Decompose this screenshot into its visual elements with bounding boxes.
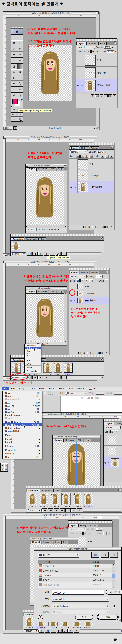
zoom-tool[interactable]: ◎ — [17, 92, 23, 98]
visibility-toggle[interactable]: ◉ — [76, 79, 80, 92]
column-date[interactable]: 수정일 — [92, 560, 112, 563]
layer-set-icon[interactable]: ❏ — [100, 94, 103, 97]
frame-delay[interactable]: 0.1 sec. ▾ — [36, 626, 46, 628]
foreground-color-swatch[interactable] — [12, 99, 18, 104]
scroll-down-icon[interactable]: ▼ — [113, 586, 114, 588]
palette-drag-strip[interactable] — [26, 486, 122, 488]
collapse-box-icon[interactable] — [96, 12, 98, 14]
menu-view[interactable]: View — [66, 387, 74, 390]
menu-help[interactable]: 도움말 — [87, 386, 98, 391]
tab-actions[interactable]: Actions — [90, 146, 99, 150]
frame-delay[interactable]: 1 sec. ▾ — [64, 373, 72, 375]
frame-delay[interactable]: 0.1 sec. ▾ — [72, 626, 81, 628]
palette-menu-icon[interactable]: ▶ — [100, 237, 103, 240]
menu-item-open[interactable]: Open...⌘O — [2, 394, 42, 398]
image-canvas[interactable] — [28, 45, 72, 101]
visibility-toggle[interactable] — [69, 170, 74, 181]
cancel-button[interactable]: 취소 — [75, 614, 94, 620]
jump-arrow-icon[interactable]: ➥ — [11, 116, 17, 122]
tab-image-map[interactable]: Image Map — [40, 489, 54, 492]
menu-select[interactable]: Select — [46, 387, 57, 390]
menu-item-quit[interactable]: Quit⌘Q — [2, 456, 42, 458]
lock-transparency-icon[interactable]: ▧ — [76, 154, 80, 158]
tab-optimized[interactable]: Optimized — [42, 541, 54, 544]
filename-input[interactable] — [52, 590, 104, 594]
layer-row-selected[interactable]: ◉ ✎ 금발머리여자 — [76, 79, 117, 92]
layer-thumbnail[interactable] — [78, 298, 83, 304]
default-colors-icon[interactable]: ◧ — [11, 105, 13, 107]
visibility-toggle[interactable]: ◉ — [69, 182, 74, 192]
menu-item-preview-in[interactable]: Preview In▶ — [2, 448, 42, 452]
close-box-icon[interactable] — [4, 260, 6, 263]
new-layer-icon[interactable]: ▤ — [106, 226, 109, 228]
rewind-button[interactable]: ◀◀ — [39, 629, 44, 632]
frames-scrollbar[interactable] — [80, 630, 121, 632]
menu-item-save-optimized-as[interactable]: Save Optimized As...⌥⇧⌘S — [2, 424, 42, 426]
layer-name[interactable]: 눈썹 copy — [88, 174, 98, 177]
link-toggle[interactable] — [80, 66, 84, 79]
tab-layers[interactable]: Layers — [70, 271, 80, 274]
palette-menu-icon[interactable]: ▶ — [100, 358, 103, 361]
play-button[interactable]: ▶ — [38, 252, 44, 256]
layer-thumbnail[interactable] — [85, 68, 96, 78]
lock-transparency-icon[interactable]: ▧ — [74, 532, 78, 535]
menu-item-output-settings[interactable]: Output Settings▶ — [2, 426, 42, 430]
lock-pixels-icon[interactable]: ✎ — [79, 532, 82, 535]
list-scrollbar[interactable]: ▲ ▼ — [112, 564, 115, 588]
prev-frame-button[interactable]: ◀▮ — [32, 252, 38, 256]
link-toggle[interactable] — [73, 283, 77, 290]
loop-select[interactable]: Forever▼ — [11, 252, 26, 256]
frame-delay[interactable]: 1 sec. ▾ — [44, 373, 52, 375]
jump-arrow-icon[interactable]: ➥ — [0, 467, 4, 472]
delete-layer-icon[interactable]: ✗ — [113, 94, 116, 97]
blend-mode-select[interactable]: Normal⇕ — [70, 275, 86, 278]
tab-actions[interactable]: Actions — [88, 524, 98, 527]
layer-style-icon[interactable]: ƒ — [91, 94, 94, 97]
unify-style-icon[interactable]: ◒ — [110, 154, 113, 158]
delete-frame-button[interactable]: ✗ — [62, 252, 66, 256]
tab-image-map[interactable]: Image Map — [24, 238, 38, 240]
toolbar-drag-strip[interactable] — [11, 27, 23, 28]
blend-mode-select[interactable]: Normal⇕ — [77, 46, 95, 49]
scroll-left-icon[interactable]: ◀ — [26, 226, 27, 228]
scroll-down-icon[interactable]: ▼ — [65, 226, 66, 228]
layer-thumbnail[interactable] — [78, 182, 88, 192]
layer-mask-icon[interactable]: ◯ — [92, 352, 95, 354]
menu-item-02[interactable]: 0.2 — [24, 350, 41, 352]
zoom-box-icon[interactable] — [94, 12, 96, 14]
doc-titlebar[interactable]: Untitled-1 @ 300%(Origi… — [30, 537, 78, 540]
delete-frame-button[interactable]: ✗ — [74, 629, 79, 632]
file-row-disabled[interactable]: 7f783006_m.jpg2005.2.4 — [38, 582, 112, 587]
tween-button[interactable]: ⋰ — [50, 252, 55, 256]
new-frame-button[interactable]: ⊞ — [56, 376, 61, 380]
lock-position-icon[interactable]: ✛ — [85, 279, 88, 282]
fill-arrow-icon[interactable]: ▶ — [114, 50, 116, 53]
resize-grip[interactable] — [96, 127, 99, 129]
unify-position-icon[interactable]: ◐ — [101, 154, 104, 158]
layer-name[interactable]: 금발머리여자 — [84, 299, 97, 302]
tab-2up[interactable]: 2-Up — [49, 168, 56, 170]
doc-titlebar[interactable]: Untitled-1 @ 300%(Origi… — [26, 286, 66, 290]
lock-pixels-icon[interactable]: ✎ — [115, 430, 118, 434]
tab-layers[interactable]: Layers — [70, 146, 80, 150]
layer-row[interactable]: 눈썹 copy — [69, 170, 114, 182]
menu-item-close[interactable]: Close⌘W — [2, 402, 42, 404]
eyedropper-tool[interactable]: ✐ — [17, 86, 23, 92]
layer-thumbnail[interactable] — [77, 537, 86, 546]
tab-original[interactable]: Original — [31, 541, 41, 544]
animation-frame-selected[interactable]: 6 1 sec. ▾ — [64, 362, 73, 376]
delete-layer-icon[interactable]: ✗ — [110, 226, 114, 228]
layer-set-icon[interactable]: ❏ — [96, 352, 100, 354]
layer-mask-icon[interactable]: ◯ — [95, 94, 99, 97]
menu-item-update-html[interactable]: Update HTML... — [2, 430, 42, 432]
healing-brush-tool[interactable]: ✚ — [11, 52, 17, 58]
tab-original[interactable]: Original — [26, 168, 36, 170]
layer-name[interactable]: 입술 — [87, 540, 92, 543]
menu-item-close-all[interactable]: Close All⌥⌘W — [2, 404, 42, 408]
swap-colors-icon[interactable]: ⇄ — [21, 99, 22, 101]
close-box-icon[interactable] — [26, 287, 28, 290]
screen-mode-button[interactable]: ▢ — [15, 112, 19, 116]
prev-frame-button[interactable]: ◀▮ — [32, 376, 38, 380]
hand-tool[interactable]: Ψ — [11, 92, 17, 98]
file-row[interactable]: 1.토마토넷2003.9.4 — [38, 564, 112, 568]
